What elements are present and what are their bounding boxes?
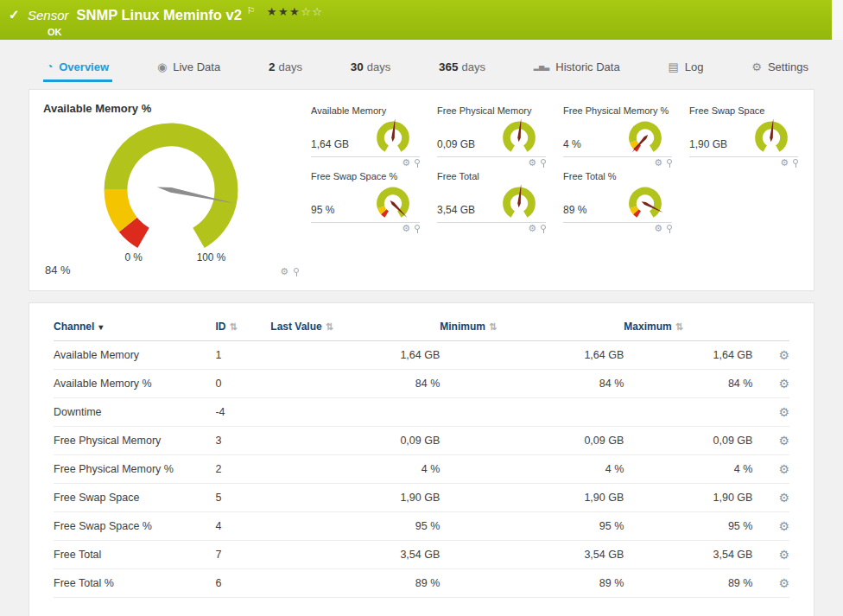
column-header-actions — [752, 307, 789, 341]
sort-icon: ⇅ — [675, 321, 683, 332]
channel-actions-cell: ⚙ — [752, 341, 789, 370]
gauge-label: Available Memory — [311, 105, 420, 118]
channel-actions-cell: ⚙ — [752, 370, 789, 398]
tab-overview[interactable]: ◔Overview — [43, 53, 112, 80]
channel-settings-icon[interactable]: ⚙ — [778, 519, 789, 533]
channel-minimum: 1,64 GB — [440, 341, 624, 370]
tab-bar: ◔Overview◉Live Data2days30days365days▂▅▃… — [43, 53, 812, 80]
channel-name[interactable]: Free Total — [54, 541, 215, 569]
small-gauges-grid: Available Memory1,64 GB⚙Free Physical Me… — [301, 98, 802, 282]
channel-table-body: Available Memory11,64 GB1,64 GB1,64 GB⚙A… — [54, 341, 789, 598]
column-header-channel[interactable]: Channel▾ — [54, 307, 215, 341]
channel-last-value: 89 % — [270, 569, 440, 598]
channel-settings-icon[interactable]: ⚙ — [778, 434, 789, 448]
gauge-pin-icon[interactable] — [415, 159, 420, 164]
channel-minimum: 0,09 GB — [440, 427, 624, 455]
gauge-pin-icon[interactable] — [793, 159, 798, 164]
channel-name[interactable]: Free Total % — [54, 569, 215, 598]
gauge-settings-gear-icon[interactable]: ⚙ — [280, 267, 288, 276]
channel-name[interactable]: Available Memory — [54, 341, 215, 370]
channel-row-free-total: Free Total73,54 GB3,54 GB3,54 GB⚙ — [54, 541, 789, 569]
channel-settings-icon[interactable]: ⚙ — [778, 405, 789, 419]
channel-maximum: 1,64 GB — [624, 341, 752, 370]
channel-name[interactable]: Free Physical Memory — [54, 427, 215, 455]
channel-last-value: 1,64 GB — [270, 341, 440, 370]
channel-settings-icon[interactable]: ⚙ — [778, 377, 789, 391]
channel-id: 1 — [215, 341, 270, 370]
rating-stars[interactable]: ★★★☆☆ — [267, 5, 324, 18]
main-gauge-dial: 0 %100 % — [41, 111, 301, 276]
column-header-maximum[interactable]: Maximum⇅ — [624, 307, 752, 341]
sort-desc-icon: ▾ — [98, 322, 103, 332]
channel-minimum: 3,54 GB — [440, 541, 624, 569]
channel-maximum: 89 % — [624, 569, 752, 598]
channel-name[interactable]: Downtime — [54, 398, 215, 427]
gauge-settings-gear-icon[interactable]: ⚙ — [654, 158, 662, 168]
star-empty-icon[interactable]: ☆ — [301, 5, 312, 18]
gauge-settings-gear-icon[interactable]: ⚙ — [780, 158, 789, 168]
gauge-pin-icon[interactable] — [667, 159, 672, 164]
channel-name[interactable]: Free Swap Space — [54, 484, 215, 512]
tab-2-days[interactable]: 2days — [265, 53, 306, 80]
column-header-last-value[interactable]: Last Value⇅ — [270, 307, 440, 341]
channel-row-free-physical-memory: Free Physical Memory %24 %4 %4 %⚙ — [54, 455, 789, 484]
channel-name[interactable]: Available Memory % — [54, 370, 215, 398]
gauge-settings-gear-icon[interactable]: ⚙ — [528, 224, 536, 233]
channel-id: 5 — [215, 484, 270, 512]
tab-number: 2 — [269, 60, 276, 73]
gauge-dial — [492, 119, 546, 156]
channel-settings-icon[interactable]: ⚙ — [778, 576, 789, 590]
small-gauge-free-swap-space: Free Swap Space1,90 GB⚙ — [689, 105, 798, 168]
gauge-label: Free Swap Space — [689, 105, 798, 118]
column-header-id[interactable]: ID⇅ — [215, 307, 270, 341]
channel-settings-icon[interactable]: ⚙ — [778, 462, 789, 476]
star-empty-icon[interactable]: ☆ — [312, 5, 323, 18]
tab-label: days — [462, 60, 485, 73]
small-gauge-free-physical-memory: Free Physical Memory0,09 GB⚙ — [437, 105, 546, 168]
star-filled-icon[interactable]: ★ — [278, 5, 289, 18]
gauge-pin-icon[interactable] — [667, 225, 672, 230]
star-filled-icon[interactable]: ★ — [267, 5, 278, 18]
gauge-body: 95 % — [311, 184, 420, 222]
channel-minimum: 84 % — [440, 370, 624, 398]
tab-30-days[interactable]: 30days — [347, 53, 395, 80]
channel-maximum — [624, 398, 752, 427]
channel-name[interactable]: Free Physical Memory % — [54, 455, 215, 484]
prtg-sensor-page: ✓ Sensor SNMP Linux Meminfo v2 ⚐ ★★★☆☆ O… — [0, 0, 843, 616]
channel-minimum — [440, 398, 624, 427]
gauge-settings-gear-icon[interactable]: ⚙ — [402, 158, 410, 168]
scrollbar-track[interactable] — [832, 0, 843, 40]
channel-maximum: 3,54 GB — [624, 541, 752, 569]
gauge-label: Free Physical Memory — [437, 105, 546, 118]
tab-live-data[interactable]: ◉Live Data — [154, 53, 224, 80]
gauge-pin-icon[interactable] — [541, 225, 546, 230]
gauge-pin-icon[interactable] — [294, 268, 299, 273]
gauge-pin-icon[interactable] — [415, 225, 420, 230]
tab-historic-data[interactable]: ▂▅▃Historic Data — [530, 53, 624, 80]
channel-id: 0 — [215, 370, 270, 398]
gauge-label: Free Total % — [563, 171, 672, 184]
object-kind-label: Sensor — [28, 8, 69, 22]
gauge-pin-icon[interactable] — [541, 159, 546, 164]
channel-settings-icon[interactable]: ⚙ — [778, 491, 789, 505]
priority-flag-icon[interactable]: ⚐ — [247, 5, 256, 16]
gauge-settings-gear-icon[interactable]: ⚙ — [654, 224, 662, 233]
channel-maximum: 0,09 GB — [624, 427, 752, 455]
channel-settings-icon[interactable]: ⚙ — [778, 548, 789, 562]
channel-settings-icon[interactable]: ⚙ — [778, 348, 789, 362]
tab-log[interactable]: ▤Log — [665, 53, 707, 80]
channel-id: -4 — [215, 398, 270, 427]
small-gauge-free-total: Free Total %89 %⚙ — [563, 171, 672, 234]
gauge-settings-gear-icon[interactable]: ⚙ — [402, 224, 410, 233]
column-header-minimum[interactable]: Minimum⇅ — [440, 307, 624, 341]
channel-name[interactable]: Free Swap Space % — [54, 512, 215, 541]
gauge-dial — [618, 119, 672, 156]
star-filled-icon[interactable]: ★ — [289, 5, 301, 18]
gauge-body: 1,90 GB — [689, 118, 798, 156]
gauge-settings-gear-icon[interactable]: ⚙ — [528, 158, 536, 168]
tab-number: 30 — [351, 60, 364, 73]
tab-settings[interactable]: ⚙Settings — [748, 53, 812, 80]
tab-365-days[interactable]: 365days — [435, 53, 489, 80]
channel-row-available-memory: Available Memory11,64 GB1,64 GB1,64 GB⚙ — [54, 341, 789, 370]
gauge-body: 1,64 GB — [311, 118, 420, 156]
